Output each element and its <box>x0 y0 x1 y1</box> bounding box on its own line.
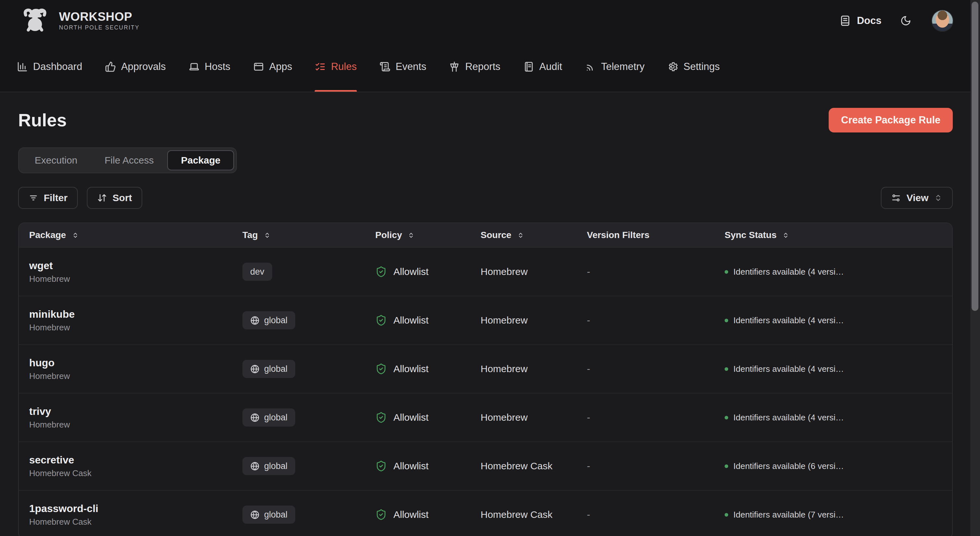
page-content: Rules Create Package Rule Execution File… <box>0 108 980 536</box>
tab-label: Execution <box>35 155 78 166</box>
sync-status-dot <box>725 465 728 468</box>
theme-toggle-button[interactable] <box>900 14 913 27</box>
signal-icon <box>585 61 596 72</box>
sync-status-label: Identifiers available (4 versi… <box>733 267 844 277</box>
nav-item-reports[interactable]: Reports <box>449 41 500 92</box>
source-cell: Homebrew <box>470 363 576 374</box>
page-title: Rules <box>18 110 67 130</box>
window-icon <box>253 61 264 72</box>
nav-item-events[interactable]: Events <box>380 41 426 92</box>
sync-status-label: Identifiers available (6 versi… <box>733 461 844 471</box>
policy-label: Allowlist <box>393 315 428 326</box>
shield-check-icon <box>375 363 387 375</box>
view-options-button[interactable]: View <box>881 187 953 209</box>
sync-status-dot <box>725 367 728 371</box>
sync-status-cell: Identifiers available (4 versi… <box>714 267 952 277</box>
tag-badge: global <box>242 506 295 524</box>
docs-button[interactable]: Docs <box>839 15 881 27</box>
globe-icon <box>250 461 259 471</box>
package-manager: Homebrew Cask <box>29 517 232 527</box>
nav-item-dashboard[interactable]: Dashboard <box>17 41 82 92</box>
column-header-label: Tag <box>242 230 258 240</box>
nav-item-label: Apps <box>269 61 292 73</box>
source-cell: Homebrew Cask <box>470 509 576 520</box>
rule-type-tabs: Execution File Access Package <box>18 147 237 173</box>
nav-item-apps[interactable]: Apps <box>253 41 292 92</box>
scrollbar-thumb[interactable] <box>972 2 978 311</box>
nav-item-rules[interactable]: Rules <box>315 41 356 92</box>
tag-cell: global <box>232 360 365 378</box>
nav-item-label: Telemetry <box>601 61 644 73</box>
version-filters-cell: - <box>576 315 714 326</box>
column-sort-icon <box>517 232 524 239</box>
globe-icon <box>250 413 259 422</box>
user-avatar[interactable] <box>932 10 953 31</box>
top-bar-actions: Docs <box>839 10 953 31</box>
column-header-policy[interactable]: Policy <box>365 230 470 240</box>
package-name: wget <box>29 260 232 272</box>
tag-label: global <box>264 412 288 423</box>
tag-label: dev <box>250 267 264 277</box>
thumbs-up-icon <box>105 61 116 72</box>
nav-item-settings[interactable]: Settings <box>667 41 720 92</box>
tag-badge: global <box>242 457 295 475</box>
package-cell: secretive Homebrew Cask <box>19 454 232 478</box>
brand-logo-link[interactable]: WORKSHOP NORTH POLE SECURITY <box>18 7 140 35</box>
table-row[interactable]: wget Homebrew dev Allowlist Homebrew - I… <box>19 247 952 296</box>
package-manager: Homebrew <box>29 371 232 381</box>
tag-badge: global <box>242 360 295 378</box>
chart-icon <box>17 61 28 72</box>
source-cell: Homebrew Cask <box>470 460 576 471</box>
table-row[interactable]: minikube Homebrew global Allowlist Homeb… <box>19 296 952 344</box>
column-header-source[interactable]: Source <box>470 230 576 240</box>
sync-status-label: Identifiers available (4 versi… <box>733 412 844 423</box>
column-header-sync-status[interactable]: Sync Status <box>714 230 952 240</box>
tower-icon <box>449 61 460 72</box>
policy-label: Allowlist <box>393 266 428 277</box>
package-cell: 1password-cli Homebrew Cask <box>19 503 232 527</box>
package-cell: trivy Homebrew <box>19 406 232 430</box>
nav-item-hosts[interactable]: Hosts <box>189 41 231 92</box>
tag-badge: global <box>242 311 295 329</box>
tab-file-access[interactable]: File Access <box>91 150 167 170</box>
column-header-label: Sync Status <box>725 230 776 240</box>
package-name: trivy <box>29 406 232 417</box>
laptop-icon <box>189 61 200 72</box>
table-row[interactable]: 1password-cli Homebrew Cask global Allow… <box>19 490 952 536</box>
view-label: View <box>907 192 929 203</box>
version-filters-cell: - <box>576 266 714 277</box>
sort-button[interactable]: Sort <box>87 187 142 209</box>
table-row[interactable]: trivy Homebrew global Allowlist Homebrew… <box>19 393 952 441</box>
moon-icon <box>900 15 911 26</box>
package-manager: Homebrew <box>29 323 232 333</box>
brand-text: WORKSHOP NORTH POLE SECURITY <box>59 10 140 32</box>
nav-item-telemetry[interactable]: Telemetry <box>585 41 644 92</box>
nav-item-label: Approvals <box>121 61 166 73</box>
package-cell: minikube Homebrew <box>19 308 232 333</box>
table-row[interactable]: secretive Homebrew Cask global Allowlist… <box>19 441 952 490</box>
sync-status-cell: Identifiers available (6 versi… <box>714 461 952 471</box>
nav-item-audit[interactable]: Audit <box>523 41 562 92</box>
nav-item-approvals[interactable]: Approvals <box>105 41 166 92</box>
column-header-package[interactable]: Package <box>19 230 232 240</box>
column-header-tag[interactable]: Tag <box>232 230 365 240</box>
shield-check-icon <box>375 509 387 520</box>
sync-status-cell: Identifiers available (4 versi… <box>714 364 952 374</box>
brand-tagline: NORTH POLE SECURITY <box>59 24 140 31</box>
table-row[interactable]: hugo Homebrew global Allowlist Homebrew … <box>19 344 952 393</box>
create-package-rule-button[interactable]: Create Package Rule <box>829 108 953 132</box>
nav-item-label: Hosts <box>205 61 231 73</box>
sync-status-cell: Identifiers available (4 versi… <box>714 316 952 325</box>
tag-label: global <box>264 364 288 374</box>
table-body: wget Homebrew dev Allowlist Homebrew - I… <box>19 247 952 536</box>
chevrons-up-down-icon <box>934 193 942 202</box>
tab-package[interactable]: Package <box>167 150 234 170</box>
package-name: hugo <box>29 357 232 369</box>
package-name: minikube <box>29 308 232 320</box>
tag-label: global <box>264 316 288 325</box>
column-header-label: Policy <box>375 230 402 240</box>
shield-check-icon <box>375 412 387 423</box>
filter-button[interactable]: Filter <box>18 187 78 209</box>
tab-execution[interactable]: Execution <box>21 150 91 170</box>
column-header-version-filters[interactable]: Version Filters <box>576 230 714 240</box>
